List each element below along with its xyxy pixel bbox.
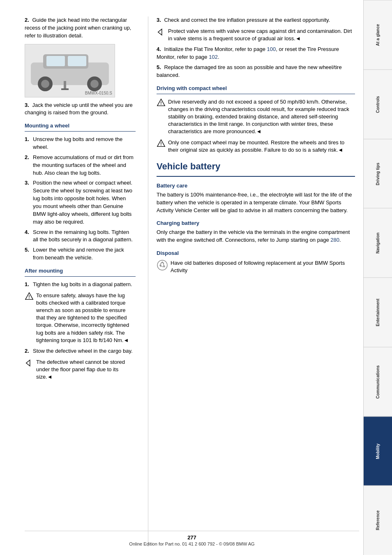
svg-point-7 [90,80,99,88]
sidebar-tab-reference[interactable]: Reference [364,486,392,555]
after-mounting-list: 1. Tighten the lug bolts in a diagonal p… [25,281,136,289]
svg-point-5 [41,80,49,88]
sidebar: At a glance Controls Driving tips Naviga… [363,0,392,555]
vehicle-image: BMWX-0150.S [25,44,115,97]
link-100[interactable]: 100 [267,46,276,52]
sidebar-tab-controls[interactable]: Controls [364,69,392,139]
one-compact-warn-icon: ! [157,139,166,148]
after-mounting-divider [25,276,136,277]
step4-right: 4. Initialize the Flat Tire Monitor, ref… [157,46,355,61]
sidebar-tab-communications[interactable]: Communications [364,347,392,416]
svg-marker-12 [26,360,30,366]
step5-right: 5. Replace the damaged tire as soon as p… [157,64,355,79]
step5-num-right: 5. [157,64,161,70]
step2-num: 2. [25,17,29,23]
one-compact-warning: ! Only one compact wheel may be mounted.… [157,139,355,154]
after-mounting-list-2: 2. Stow the defective wheel in the cargo… [25,347,136,355]
vehicle-illustration [27,46,113,95]
charging-text: Only charge the battery in the vehicle v… [157,229,355,244]
step3-num-left: 3. [25,102,29,108]
sidebar-tab-entertainment[interactable]: Entertainment [364,278,392,347]
after-step-1: 1. Tighten the lug bolts in a diagonal p… [25,281,136,289]
recycle-icon [157,259,168,271]
page-wrapper: 2. Guide the jack head into the rectangu… [0,0,392,555]
image-label: BMWX-0150.S [85,91,112,95]
svg-text:!: ! [160,101,161,105]
step4-num-right: 4. [157,46,161,52]
info-note-1: The defective wheel cannot be stored und… [25,358,136,381]
battery-divider [157,176,355,177]
step3-num-right: 3. [157,17,161,23]
column-divider [148,16,148,547]
mounting-steps-list: 1. Unscrew the lug bolts and remove the … [25,136,136,262]
page-footer: 277 Online Edition for Part no. 01 41 2 … [25,531,359,547]
mount-step-3: 3. Position the new wheel or compact whe… [25,179,136,226]
svg-rect-9 [61,88,69,90]
driving-compact-heading: Driving with compact wheel [157,85,355,91]
svg-rect-8 [64,81,66,89]
link-102[interactable]: 102 [209,54,218,60]
mount-step-5: 5. Lower the vehicle and remove the jack… [25,246,136,262]
compact-warn-icon: ! [157,98,166,107]
battery-care-text: The battery is 100% maintenance-free, i.… [157,191,355,215]
info-arrow-icon [25,358,34,368]
sidebar-tab-at-a-glance[interactable]: At a glance [364,0,392,69]
mounting-wheel-heading: Mounting a wheel [25,123,136,129]
right-column: 3. Check and correct the tire inflation … [152,16,355,547]
disposal-note: Have old batteries disposed of following… [157,259,355,274]
battery-care-heading: Battery care [157,183,355,189]
footer-text: Online Edition for Part no. 01 41 2 600 … [129,541,254,546]
svg-text:!: ! [28,294,30,299]
mount-step-2: 2. Remove accumulations of mud or dirt f… [25,154,136,177]
mount-step-4: 4. Screw in the remaining lug bolts. Tig… [25,229,136,244]
svg-rect-2 [46,56,65,66]
page-number: 277 [25,534,359,541]
main-content: 2. Guide the jack head into the rectangu… [0,0,363,555]
disposal-heading: Disposal [157,250,355,256]
sidebar-tab-driving-tips[interactable]: Driving tips [364,139,392,208]
svg-rect-3 [68,56,86,66]
sidebar-tab-mobility[interactable]: Mobility [364,416,392,486]
after-step-2: 2. Stow the defective wheel in the cargo… [25,347,136,355]
svg-text:!: ! [160,141,161,146]
svg-marker-13 [158,29,162,35]
link-280[interactable]: 280 [330,237,339,243]
charging-battery-heading: Charging battery [157,220,355,226]
step3-right: 3. Check and correct the tire inflation … [157,16,355,24]
warning-triangle-icon: ! [25,292,34,301]
valve-info-icon [157,28,166,37]
driving-compact-divider [157,94,355,94]
step3-left: 3. Jack the vehicle up until the wheel y… [25,102,136,117]
mount-step-1: 1. Unscrew the lug bolts and remove the … [25,136,136,151]
left-column: 2. Guide the jack head into the rectangu… [25,16,144,547]
vehicle-battery-heading: Vehicle battery [157,161,355,172]
warning-note-1: ! To ensure safety, always have the lug … [25,292,136,344]
after-mounting-heading: After mounting [25,268,136,274]
driving-compact-warning: ! Drive reservedly and do not exceed a s… [157,98,355,136]
valve-info-note: Protect valve stems with valve screw cap… [157,28,355,42]
step2-intro: 2. Guide the jack head into the rectangu… [25,16,136,40]
sidebar-tab-navigation[interactable]: Navigation [364,208,392,278]
mounting-divider [25,131,136,132]
